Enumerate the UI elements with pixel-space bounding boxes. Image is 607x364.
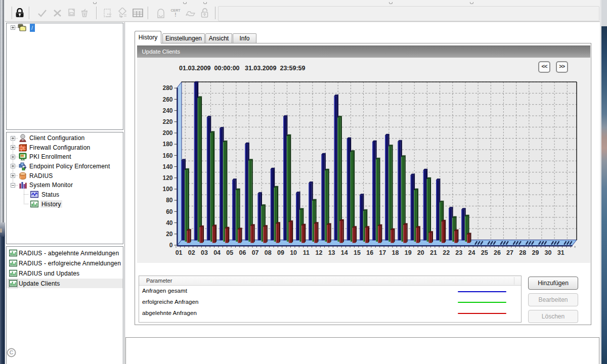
svg-text:28: 28 (519, 249, 526, 256)
svg-text:09: 09 (277, 249, 284, 256)
svg-text:24: 24 (468, 249, 475, 256)
svg-text:C: C (10, 349, 14, 355)
svg-text:05: 05 (226, 249, 233, 256)
svg-text:180: 180 (162, 141, 172, 148)
svg-text:08: 08 (265, 249, 272, 256)
svg-text:23: 23 (455, 249, 462, 256)
svg-text:03: 03 (201, 249, 208, 256)
svg-text:31: 31 (557, 249, 565, 256)
svg-text:27: 27 (506, 249, 513, 256)
svg-text:16: 16 (366, 249, 373, 256)
svg-text:0: 0 (169, 242, 173, 249)
svg-text:100: 100 (162, 186, 172, 193)
svg-text:140: 140 (162, 163, 172, 170)
svg-text:12: 12 (316, 249, 323, 256)
svg-text:07: 07 (252, 249, 259, 256)
svg-text:30: 30 (545, 249, 552, 256)
svg-text:15: 15 (354, 249, 361, 256)
svg-text:25: 25 (481, 249, 488, 256)
svg-text:220: 220 (162, 118, 172, 125)
svg-text:29: 29 (532, 249, 539, 256)
svg-text:17: 17 (379, 249, 386, 256)
svg-text:60: 60 (166, 208, 173, 215)
svg-text:02: 02 (188, 249, 195, 256)
svg-text:160: 160 (162, 152, 172, 159)
svg-text:14: 14 (341, 249, 348, 256)
svg-text:20: 20 (417, 249, 424, 256)
svg-text:200: 200 (162, 129, 172, 136)
svg-text:240: 240 (162, 107, 172, 114)
svg-text:26: 26 (494, 249, 501, 256)
svg-text:20: 20 (166, 231, 173, 238)
svg-text:11: 11 (303, 249, 310, 256)
svg-text:21: 21 (430, 249, 437, 256)
svg-text:40: 40 (166, 219, 173, 226)
svg-text:18: 18 (392, 249, 399, 256)
svg-text:80: 80 (166, 197, 173, 204)
svg-text:120: 120 (162, 174, 172, 181)
svg-text:280: 280 (162, 84, 172, 92)
svg-text:260: 260 (162, 96, 172, 103)
svg-text:06: 06 (239, 249, 246, 256)
svg-text:13: 13 (328, 249, 335, 256)
svg-text:04: 04 (213, 249, 221, 256)
svg-text:22: 22 (443, 249, 450, 256)
svg-text:01: 01 (176, 249, 183, 256)
svg-text:10: 10 (290, 249, 297, 256)
svg-text:19: 19 (405, 249, 412, 256)
